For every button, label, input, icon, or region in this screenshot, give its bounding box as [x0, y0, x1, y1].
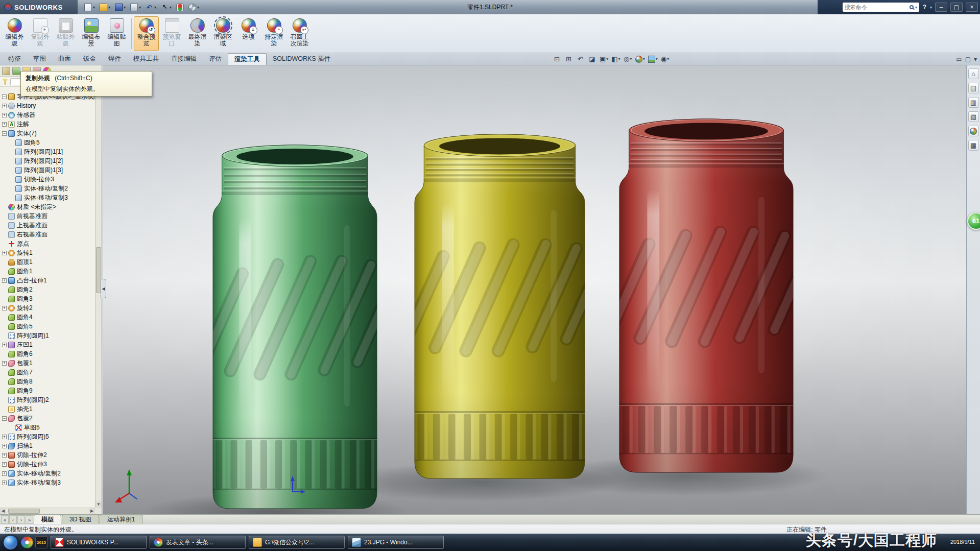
tab-直接编辑[interactable]: 直接编辑: [165, 53, 203, 65]
tab-曲面[interactable]: 曲面: [52, 53, 77, 65]
options-button[interactable]: ▾: [187, 3, 201, 12]
tree-item[interactable]: +凸台-拉伸1: [0, 276, 95, 285]
tree-item[interactable]: 材质 <未指定>: [0, 202, 95, 211]
tree-item[interactable]: 前视基准面: [0, 211, 95, 221]
render-options-button[interactable]: 选项: [236, 16, 261, 51]
edit-scene-button[interactable]: 编辑布景: [79, 16, 104, 51]
tab-scroll-first[interactable]: «: [1, 515, 9, 524]
tree-item[interactable]: −实体(7): [0, 129, 95, 138]
maximize-button[interactable]: ▢: [950, 3, 963, 12]
tree-item[interactable]: −包覆2: [0, 414, 95, 423]
tree-expander[interactable]: +: [2, 278, 7, 283]
tree-expander[interactable]: +: [2, 453, 7, 458]
tree-expander[interactable]: +: [2, 122, 7, 127]
tree-item[interactable]: 阵列(圆周)1: [0, 331, 95, 340]
help-button[interactable]: ?: [921, 4, 928, 11]
select-button[interactable]: ▾: [159, 3, 173, 12]
command-search-input[interactable]: [845, 4, 908, 10]
edit-decal-button[interactable]: 编辑贴图: [104, 16, 129, 51]
tree-item[interactable]: 圆顶1: [0, 257, 95, 267]
tree-item[interactable]: 阵列(圆周)2: [0, 395, 95, 404]
tree-expander[interactable]: +: [2, 251, 7, 255]
tree-item[interactable]: 圆角5: [0, 138, 95, 147]
tree-expander[interactable]: +: [2, 113, 7, 117]
tab-焊件[interactable]: 焊件: [102, 53, 127, 65]
render-region-button[interactable]: 渲染区域: [210, 16, 235, 51]
bottle-red[interactable]: [602, 119, 821, 472]
tree-item[interactable]: 圆角1: [0, 267, 95, 276]
taskbar-button[interactable]: 23.JPG - Windo...: [348, 536, 444, 549]
zoom-fit-button[interactable]: ⊡: [552, 54, 562, 64]
scroll-right-icon[interactable]: ▶: [89, 508, 95, 514]
scroll-down-icon[interactable]: ▼: [95, 501, 102, 508]
minimize-button[interactable]: –: [935, 3, 947, 12]
tree-expander[interactable]: +: [2, 104, 7, 108]
view-palette-button[interactable]: ▧: [968, 111, 979, 122]
tree-item[interactable]: +传感器: [0, 110, 95, 119]
tree-item[interactable]: 上视基准面: [0, 221, 95, 230]
tab-特征[interactable]: 特征: [2, 53, 27, 65]
scroll-thumb[interactable]: [8, 509, 40, 514]
custom-properties-button[interactable]: ▦: [968, 140, 979, 151]
tab-scroll-prev[interactable]: ‹: [9, 515, 17, 524]
tree-item[interactable]: 圆角8: [0, 377, 95, 386]
hide-show-items-button[interactable]: ◎▾: [623, 54, 633, 64]
tree-item[interactable]: 实体-移动/复制2: [0, 184, 95, 193]
collapse-ribbon-caret[interactable]: ▾: [974, 55, 977, 64]
start-button[interactable]: [3, 535, 18, 550]
tab-渲染工具[interactable]: 渲染工具: [228, 53, 267, 65]
tab-SOLIDWORKS 插件[interactable]: SOLIDWORKS 插件: [267, 53, 337, 65]
new-document-button[interactable]: ▾: [83, 3, 97, 12]
tree-item[interactable]: +切除-拉伸3: [0, 460, 95, 469]
tree-item[interactable]: +实体-移动/复制2: [0, 469, 95, 478]
tab-模具工具[interactable]: 模具工具: [127, 53, 165, 65]
tree-item[interactable]: 右视基准面: [0, 230, 95, 239]
tree-item[interactable]: 圆角6: [0, 349, 95, 358]
solidworks-2015-button[interactable]: 2015: [35, 536, 47, 548]
tree-item[interactable]: 圆角7: [0, 368, 95, 377]
zoom-area-button[interactable]: ⊞: [563, 54, 574, 64]
tab-scroll-next[interactable]: ›: [17, 515, 25, 524]
edit-appearance-button[interactable]: ▾: [634, 54, 646, 64]
doc-tab-模型[interactable]: 模型: [34, 515, 61, 524]
final-render-button[interactable]: 最终渲染: [185, 16, 210, 51]
close-button[interactable]: ×: [966, 3, 978, 12]
tree-horizontal-scrollbar[interactable]: ◀ ▶: [0, 508, 95, 514]
view-orientation-button[interactable]: ▣▾: [599, 54, 609, 64]
float-commandmanager[interactable]: ▢: [965, 55, 971, 64]
save-button[interactable]: ▾: [113, 3, 127, 12]
tree-expander[interactable]: +: [2, 361, 7, 366]
featuremanager-tab[interactable]: [2, 67, 10, 75]
recall-render-button[interactable]: 召回上次渲染: [287, 16, 312, 51]
integrated-preview-button[interactable]: 整合预览: [134, 16, 159, 51]
search-icon[interactable]: [910, 5, 914, 9]
doc-tab-运动算例1[interactable]: 运动算例1: [100, 515, 143, 524]
tree-item[interactable]: +阵列(圆周)5: [0, 432, 95, 441]
tree-item[interactable]: 切除-拉伸3: [0, 175, 95, 184]
tree-item[interactable]: 抽壳1: [0, 404, 95, 414]
schedule-render-button[interactable]: 排定渲染: [261, 16, 286, 51]
tree-item[interactable]: 圆角9: [0, 386, 95, 395]
open-document-button[interactable]: ▾: [98, 3, 112, 12]
scroll-left-icon[interactable]: ◀: [0, 508, 6, 514]
taskbar-button[interactable]: 发表文章 - 头条...: [150, 536, 246, 549]
rebuild-button[interactable]: [175, 3, 185, 12]
viewport-canvas[interactable]: [103, 65, 966, 514]
tree-item[interactable]: +旋转2: [0, 303, 95, 313]
tree-collapse-handle[interactable]: ◀: [101, 279, 106, 298]
search-dropdown-caret[interactable]: ▾: [915, 5, 917, 10]
apply-scene-button[interactable]: ▾: [647, 54, 659, 64]
tree-expander[interactable]: +: [2, 435, 7, 439]
help-caret[interactable]: ▾: [930, 5, 932, 10]
bottle-yellow[interactable]: [398, 134, 612, 478]
browser-round-button[interactable]: [21, 536, 33, 548]
design-library-button[interactable]: ▤: [968, 83, 979, 93]
tab-scroll-last[interactable]: »: [26, 515, 33, 524]
file-explorer-button[interactable]: ▥: [968, 97, 979, 108]
appearance-ball-button[interactable]: 编辑外观: [2, 16, 27, 51]
tree-expander[interactable]: +: [2, 444, 7, 448]
tree-item[interactable]: +切除-拉伸2: [0, 450, 95, 460]
tree-item[interactable]: +压凹1: [0, 340, 95, 349]
tree-expander[interactable]: −: [2, 416, 7, 421]
3d-scene[interactable]: [103, 65, 966, 514]
